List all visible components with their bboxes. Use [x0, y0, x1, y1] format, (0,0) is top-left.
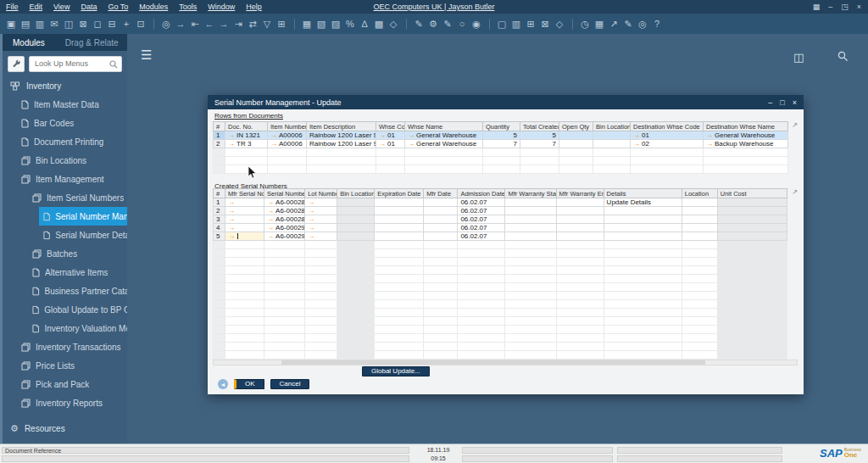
- table-cell[interactable]: [375, 198, 424, 207]
- link-arrow-icon[interactable]: →: [228, 224, 235, 232]
- empty-row[interactable]: [214, 157, 788, 165]
- link-arrow-icon[interactable]: →: [267, 198, 274, 206]
- table-cell[interactable]: [424, 215, 458, 224]
- table-cell[interactable]: →: [305, 232, 337, 241]
- empty-row[interactable]: [214, 317, 787, 326]
- empty-row[interactable]: [214, 249, 787, 258]
- table-cell[interactable]: [556, 198, 604, 207]
- table-cell[interactable]: [604, 215, 682, 224]
- link-arrow-icon[interactable]: →: [308, 198, 314, 206]
- table-cell[interactable]: [375, 207, 424, 215]
- lock-icon[interactable]: ⊠: [538, 17, 552, 31]
- table-cell[interactable]: [682, 224, 717, 232]
- table-cell[interactable]: →: [305, 224, 337, 232]
- column-header-details[interactable]: Details: [604, 189, 682, 198]
- menu-modules[interactable]: Modules: [139, 3, 168, 11]
- column-header-mfr-date[interactable]: Mfr Date: [424, 189, 458, 198]
- table-cell[interactable]: [717, 207, 787, 215]
- sidebar-item-document-printing[interactable]: Document Printing: [3, 132, 127, 151]
- restore-icon[interactable]: ◳: [841, 0, 849, 14]
- alerts-icon[interactable]: ○: [455, 17, 469, 31]
- document-journal-icon[interactable]: ▨: [329, 17, 342, 31]
- empty-row[interactable]: [214, 300, 787, 309]
- form-settings-icon[interactable]: ⚙: [426, 17, 440, 31]
- link-arrow-icon[interactable]: →: [706, 131, 713, 139]
- scheduler-icon[interactable]: ◷: [578, 17, 592, 31]
- table-cell[interactable]: 7: [520, 140, 559, 148]
- table-cell[interactable]: →01: [631, 131, 704, 140]
- table-cell[interactable]: [593, 140, 631, 148]
- export-pdf-icon[interactable]: ⊟: [105, 17, 119, 31]
- previous-record-icon[interactable]: ←: [203, 17, 216, 31]
- table-cell[interactable]: [682, 198, 717, 207]
- menu-help[interactable]: Help: [246, 3, 262, 11]
- sidebar-item-serial-number-mana[interactable]: Serial Number Mana: [3, 207, 127, 226]
- link-arrow-icon[interactable]: →: [228, 215, 235, 223]
- column-header-destination-whse-name[interactable]: Destination Whse Name: [704, 122, 788, 131]
- empty-row[interactable]: [214, 283, 787, 292]
- horizontal-scrollbar[interactable]: [213, 360, 798, 365]
- column-header-quantity[interactable]: Quantity: [483, 122, 520, 131]
- lookup-menus-input[interactable]: [30, 59, 104, 68]
- user-defined-fields-icon[interactable]: ▢: [495, 17, 509, 31]
- sidebar-item-item-serial-numbers[interactable]: Item Serial Numbers: [3, 188, 127, 207]
- table-row[interactable]: 4→→A6-000292→06.02.07: [214, 224, 787, 232]
- find-record-icon[interactable]: ◎: [159, 17, 173, 31]
- empty-row[interactable]: [214, 292, 787, 300]
- table-cell[interactable]: 2: [214, 207, 225, 215]
- table-cell[interactable]: [556, 215, 604, 224]
- table-cell[interactable]: →A6-000284: [264, 198, 305, 207]
- table-cell[interactable]: [337, 215, 375, 224]
- table-cell[interactable]: 06.02.07: [458, 232, 505, 241]
- table-cell[interactable]: [593, 131, 631, 140]
- link-arrow-icon[interactable]: →: [408, 131, 415, 139]
- tab-drag-and-relate[interactable]: Drag & Relate: [55, 38, 127, 47]
- find-icon[interactable]: ▣: [4, 17, 18, 31]
- sidebar-item-alternative-items[interactable]: Alternative Items: [3, 263, 127, 282]
- refresh-record-icon[interactable]: ⇄: [246, 17, 259, 31]
- volume-weight-icon[interactable]: ∆: [358, 17, 371, 31]
- column-header-doc-no[interactable]: Doc. No.: [225, 122, 268, 131]
- column-header-bin-location[interactable]: Bin Location: [337, 189, 375, 198]
- add-record-icon[interactable]: →: [174, 17, 187, 31]
- close-icon[interactable]: ×: [793, 98, 797, 107]
- table-cell[interactable]: →: [225, 224, 264, 232]
- dialog-titlebar[interactable]: Serial Number Management - Update –□×: [208, 95, 804, 109]
- table-cell[interactable]: 4: [214, 224, 225, 232]
- table-cell[interactable]: →: [305, 215, 337, 224]
- print-preview-icon[interactable]: ▥: [33, 17, 47, 31]
- maximize-form-icon[interactable]: ⊞: [275, 17, 288, 31]
- table-cell[interactable]: [505, 224, 556, 232]
- search-icon[interactable]: [837, 51, 849, 62]
- tab-modules[interactable]: Modules: [3, 38, 55, 47]
- ok-button[interactable]: OK: [234, 379, 264, 389]
- sidebar-item-batches[interactable]: Batches: [3, 244, 127, 263]
- table-cell[interactable]: →A00006: [268, 140, 307, 148]
- column-header-serial-number[interactable]: Serial Number: [264, 189, 305, 198]
- target-document-icon[interactable]: ◇: [387, 17, 400, 31]
- link-arrow-icon[interactable]: →: [308, 224, 314, 232]
- edit-active-document-icon[interactable]: ✎: [412, 17, 426, 31]
- my-menu-icon[interactable]: ◇: [553, 17, 566, 31]
- column-header-lot-number[interactable]: Lot Number: [305, 189, 337, 198]
- table-cell[interactable]: 3: [214, 215, 225, 224]
- link-arrow-icon[interactable]: →: [308, 207, 314, 215]
- table-row[interactable]: 1→IN 1321→A00006Rainbow 1200 Laser Serie…: [214, 131, 788, 140]
- table-cell[interactable]: →A6-000288: [264, 215, 305, 224]
- link-arrow-icon[interactable]: →: [267, 224, 274, 232]
- column-header-total-created[interactable]: Total Created: [520, 122, 559, 131]
- table-cell[interactable]: [556, 207, 604, 215]
- journal-entry-icon[interactable]: ▧: [314, 17, 328, 31]
- link-arrow-icon[interactable]: →: [228, 232, 235, 240]
- column-header-item-number[interactable]: Item Number: [268, 122, 307, 131]
- column-header-[interactable]: #: [214, 189, 225, 198]
- sidebar-item-item-master-data[interactable]: Item Master Data: [3, 95, 127, 114]
- table-cell[interactable]: [604, 232, 682, 241]
- column-header-[interactable]: #: [214, 122, 225, 131]
- link-arrow-icon[interactable]: →: [228, 131, 235, 139]
- table-cell[interactable]: [559, 140, 593, 148]
- link-arrow-icon[interactable]: →: [267, 232, 274, 240]
- messages-icon[interactable]: ◉: [470, 17, 483, 31]
- table-row[interactable]: 2→TR 3→A00006Rainbow 1200 Laser Series→0…: [214, 140, 788, 148]
- gross-profit-icon[interactable]: %: [343, 17, 357, 31]
